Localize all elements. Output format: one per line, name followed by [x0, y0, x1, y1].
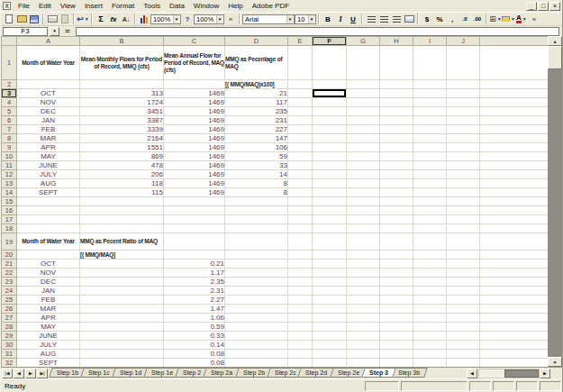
cell-partial-28[interactable]	[480, 323, 549, 332]
cell-C19[interactable]	[164, 233, 225, 251]
cell-J32[interactable]	[447, 359, 480, 368]
cell-E7[interactable]	[288, 125, 313, 134]
cell-D19[interactable]	[225, 233, 288, 251]
cell-F26[interactable]	[313, 305, 347, 314]
cell-D22[interactable]	[225, 269, 288, 278]
row-header-22[interactable]: 22	[2, 269, 17, 278]
cell-J9[interactable]	[447, 143, 480, 152]
cell-partial-22[interactable]	[480, 269, 549, 278]
row-header-13[interactable]: 13	[2, 179, 17, 188]
last-sheet-button[interactable]: ▶|	[37, 369, 48, 378]
menu-item-adobe-pdf[interactable]: Adobe PDF	[248, 1, 294, 11]
cell-E18[interactable]	[288, 224, 313, 233]
cell-A14[interactable]: SEPT	[17, 188, 80, 197]
cell-C11[interactable]: 1469	[164, 161, 225, 170]
cell-J1[interactable]	[447, 46, 480, 80]
row-header-4[interactable]: 4	[2, 98, 17, 107]
cell-H2[interactable]	[380, 80, 413, 89]
cell-partial-21[interactable]	[480, 260, 549, 269]
cell-partial-1[interactable]	[480, 46, 549, 80]
paste-function-button[interactable]: fx	[107, 14, 120, 25]
cell-F15[interactable]	[313, 197, 347, 206]
cell-partial-16[interactable]	[480, 206, 549, 215]
cell-J23[interactable]	[447, 278, 480, 287]
cell-H13[interactable]	[380, 179, 413, 188]
row-header-27[interactable]: 27	[2, 314, 17, 323]
autosum-button[interactable]: Σ	[95, 14, 107, 25]
cell-I17[interactable]	[413, 215, 447, 224]
help-button[interactable]: ?	[181, 14, 194, 25]
cell-F11[interactable]	[313, 161, 347, 170]
cell-A32[interactable]: SEPT	[17, 359, 80, 368]
menu-item-file[interactable]: File	[14, 1, 34, 11]
cell-I15[interactable]	[413, 197, 447, 206]
cell-H1[interactable]	[380, 46, 413, 80]
cell-F22[interactable]	[313, 269, 347, 278]
cell-C10[interactable]: 1469	[164, 152, 225, 161]
row-header-15[interactable]: 15	[2, 197, 17, 206]
cell-partial-20[interactable]	[480, 251, 549, 260]
row-header-1[interactable]: 1	[2, 46, 17, 80]
cell-D4[interactable]: 117	[225, 98, 288, 107]
menu-item-window[interactable]: Window	[189, 1, 223, 11]
cell-G28[interactable]	[347, 323, 380, 332]
cell-E26[interactable]	[288, 305, 313, 314]
row-header-20[interactable]: 20	[2, 251, 17, 260]
cell-partial-25[interactable]	[480, 296, 549, 305]
cell-D6[interactable]: 231	[225, 116, 288, 125]
align-center-button[interactable]	[377, 14, 390, 25]
cell-partial-2[interactable]	[480, 80, 549, 89]
cell-A1[interactable]: Month of Water Year	[17, 46, 80, 80]
cell-G23[interactable]	[347, 278, 380, 287]
cell-C29[interactable]: 0.33	[164, 332, 225, 341]
cell-I26[interactable]	[413, 305, 447, 314]
cell-partial-24[interactable]	[480, 287, 549, 296]
cell-H3[interactable]	[380, 89, 413, 98]
cell-F14[interactable]	[313, 188, 347, 197]
cell-I25[interactable]	[413, 296, 447, 305]
cell-G6[interactable]	[347, 116, 380, 125]
cell-H18[interactable]	[380, 224, 413, 233]
cell-H14[interactable]	[380, 188, 413, 197]
cell-I30[interactable]	[413, 341, 447, 350]
cell-A27[interactable]: APR	[17, 314, 80, 323]
underline-button[interactable]: U	[347, 14, 359, 25]
cell-F30[interactable]	[313, 341, 347, 350]
cell-B26[interactable]	[80, 305, 164, 314]
cell-C24[interactable]: 2.31	[164, 287, 225, 296]
cell-G24[interactable]	[347, 287, 380, 296]
cell-G21[interactable]	[347, 260, 380, 269]
cell-partial-4[interactable]	[480, 98, 549, 107]
cell-D16[interactable]	[225, 206, 288, 215]
cell-A23[interactable]: DEC	[17, 278, 80, 287]
cell-J22[interactable]	[447, 269, 480, 278]
cell-G18[interactable]	[347, 224, 380, 233]
cell-E12[interactable]	[288, 170, 313, 179]
cell-partial-30[interactable]	[480, 341, 549, 350]
cell-I4[interactable]	[413, 98, 447, 107]
cell-D28[interactable]	[225, 323, 288, 332]
cell-I24[interactable]	[413, 287, 447, 296]
column-header-a[interactable]: A	[17, 37, 80, 46]
cell-F23[interactable]	[313, 278, 347, 287]
cell-G4[interactable]	[347, 98, 380, 107]
cell-A25[interactable]: FEB	[17, 296, 80, 305]
cell-E31[interactable]	[288, 350, 313, 359]
restore-button[interactable]: □	[538, 2, 549, 11]
cell-F31[interactable]	[313, 350, 347, 359]
cell-F13[interactable]	[313, 179, 347, 188]
cell-G9[interactable]	[347, 143, 380, 152]
prev-sheet-button[interactable]: ◀	[14, 369, 24, 378]
cell-D21[interactable]	[225, 260, 288, 269]
cell-D15[interactable]	[225, 197, 288, 206]
cell-I12[interactable]	[413, 170, 447, 179]
percent-button[interactable]: %	[433, 14, 446, 25]
cell-D26[interactable]	[225, 305, 288, 314]
cell-B14[interactable]: 115	[80, 188, 164, 197]
cell-A9[interactable]: APR	[17, 143, 80, 152]
cell-A3[interactable]: OCT	[17, 89, 80, 98]
zoom-dropdown-2[interactable]: 100%▼	[194, 14, 224, 24]
more-buttons-chevron[interactable]: »	[224, 14, 237, 25]
row-header-25[interactable]: 25	[2, 296, 17, 305]
menu-item-format[interactable]: Format	[107, 1, 139, 11]
